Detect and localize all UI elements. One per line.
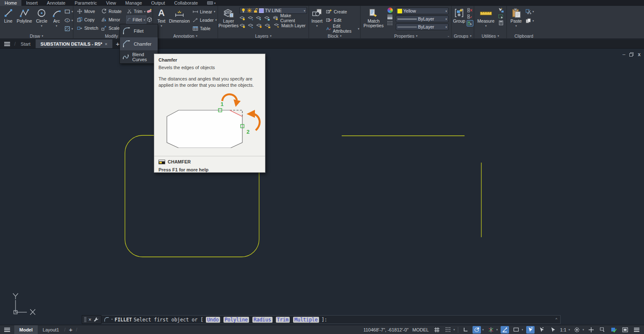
model-tab[interactable]: Model — [14, 325, 38, 334]
chevron-down-icon[interactable]: ▾ — [482, 328, 484, 331]
panel-label-properties[interactable]: Properties▾⌄ — [361, 33, 451, 39]
hatch-tool-button[interactable]: ▾ — [64, 25, 73, 33]
option-trim[interactable]: Trim — [276, 317, 290, 323]
menu-item-fillet[interactable]: Fillet — [120, 24, 158, 37]
new-layout-button[interactable]: + — [65, 326, 76, 333]
clean-screen-icon[interactable] — [621, 326, 629, 334]
edit-attributes-button[interactable]: Edit Attributes ▾ — [325, 24, 360, 33]
circle-button[interactable]: Circle ▾ — [34, 7, 49, 33]
line-button[interactable]: Line — [2, 7, 15, 33]
lineweight-icon[interactable] — [387, 14, 393, 19]
paste-button[interactable]: Paste ▾ — [509, 7, 523, 33]
rectangle-tool-button[interactable]: ▾ — [64, 8, 73, 16]
tab-collaborate[interactable]: Collaborate — [170, 0, 203, 6]
option-polyline[interactable]: Polyline — [223, 317, 249, 323]
rotate-button[interactable]: Rotate — [100, 7, 126, 16]
tab-manage[interactable]: Manage — [121, 0, 147, 6]
edit-block-button[interactable]: Edit — [325, 16, 360, 24]
fillet-button[interactable]: Fillet ▾ — [126, 16, 146, 24]
annotation-scale-button[interactable]: 1:1 — [560, 327, 566, 332]
tab-parametric[interactable]: Parametric — [70, 0, 101, 6]
menu-item-chamfer[interactable]: Chamfer — [120, 37, 158, 50]
customization-icon[interactable] — [632, 326, 641, 334]
ungroup-icon[interactable] — [467, 8, 473, 13]
arc-button[interactable]: Arc ▾ — [50, 7, 62, 33]
tab-insert[interactable]: Insert — [21, 0, 42, 6]
file-tab-start[interactable]: Start — [16, 39, 35, 48]
tab-view[interactable]: View — [101, 0, 121, 6]
move-button[interactable]: Move — [76, 7, 100, 16]
palette-grip-icon[interactable] — [84, 317, 86, 322]
linear-dimension-button[interactable]: Linear ▾ — [192, 8, 218, 16]
panel-label-annotation[interactable]: Annotation▾ — [153, 33, 218, 39]
id-point-icon[interactable] — [498, 14, 504, 19]
quick-calc-icon[interactable] — [498, 20, 504, 26]
ribbon-display-toggle[interactable]: ▾ — [205, 0, 218, 6]
group-button[interactable]: Group — [453, 7, 465, 33]
option-multiple[interactable]: Multiple — [293, 317, 319, 323]
annotation-autoscale-icon[interactable] — [549, 326, 557, 334]
chevron-down-icon[interactable]: ▾ — [496, 328, 498, 331]
panel-launcher-icon[interactable]: ⌄ — [447, 34, 450, 38]
status-menu-button[interactable] — [0, 328, 14, 332]
restore-window-icon[interactable] — [629, 52, 634, 57]
object-color-dropdown[interactable]: Yellow ▾ — [396, 8, 449, 14]
copy-clip-button[interactable]: ▾ — [525, 17, 534, 25]
panel-label-draw[interactable]: Draw▾ — [0, 33, 73, 39]
command-input[interactable]: ▾ FILLET Select first object or [UndoPol… — [101, 315, 561, 324]
ortho-icon[interactable] — [461, 326, 470, 334]
match-layer-button[interactable]: Match Layer — [273, 22, 306, 29]
polar-tracking-icon[interactable] — [473, 326, 481, 334]
tab-output[interactable]: Output — [147, 0, 170, 6]
close-command-line-icon[interactable]: × — [88, 317, 91, 323]
panel-label-utilities[interactable]: Utilities▾ — [474, 33, 506, 39]
graphics-performance-icon[interactable] — [610, 326, 618, 334]
isodraft-icon[interactable] — [487, 326, 495, 334]
tab-home[interactable]: Home — [0, 0, 21, 6]
recent-commands-icon[interactable]: ▾ — [111, 318, 113, 321]
panel-label-groups[interactable]: Groups▾ — [452, 33, 474, 39]
match-properties-button[interactable]: Match Properties — [363, 7, 384, 33]
explode-button[interactable] — [146, 16, 153, 23]
linetype-icon[interactable] — [387, 21, 393, 26]
make-current-button[interactable]: Make Current — [272, 15, 307, 21]
dimension-button[interactable]: Dimension — [169, 7, 190, 33]
layout1-tab[interactable]: Layout1 — [38, 325, 64, 334]
chevron-down-icon[interactable]: ▾ — [454, 328, 455, 331]
ellipse-tool-button[interactable]: ▾ — [64, 16, 73, 24]
polyline-button[interactable]: Polyline — [16, 7, 33, 33]
menu-item-blend-curves[interactable]: Blend Curves — [120, 50, 158, 63]
tab-annotate[interactable]: Annotate — [42, 0, 70, 6]
chevron-down-icon[interactable]: ▾ — [569, 328, 570, 331]
cut-clip-button[interactable]: ▾ — [525, 8, 534, 16]
create-block-button[interactable]: Create — [325, 8, 360, 16]
grid-icon[interactable] — [433, 326, 441, 334]
customize-wrench-icon[interactable] — [93, 317, 99, 322]
color-wheel-icon[interactable] — [387, 8, 393, 13]
minimize-window-icon[interactable]: – — [623, 52, 626, 57]
panel-label-clipboard[interactable]: Clipboard — [507, 33, 541, 39]
isolate-objects-icon[interactable] — [598, 326, 607, 334]
measure-button[interactable]: Measure ▾ — [477, 7, 495, 33]
option-radius[interactable]: Radius — [252, 317, 273, 323]
layer-properties-button[interactable]: Layer Properties — [219, 7, 238, 33]
chevron-down-icon[interactable]: ▾ — [522, 328, 523, 331]
linetype-dropdown[interactable]: ByLayer ▾ — [396, 23, 449, 30]
close-tab-icon[interactable]: × — [105, 41, 107, 47]
workspace-switching-icon[interactable] — [587, 326, 595, 334]
osnap-tracking-icon[interactable] — [501, 326, 509, 334]
annotation-settings-icon[interactable] — [573, 326, 581, 334]
drawing-area[interactable]: – x — [0, 49, 644, 325]
panel-label-layers[interactable]: Layers▾ — [218, 33, 309, 39]
group-selection-toggle[interactable] — [467, 20, 473, 26]
erase-button[interactable] — [146, 7, 153, 15]
file-tabs-menu-button[interactable] — [0, 39, 14, 48]
object-snap-icon[interactable] — [526, 326, 535, 334]
model-space-label[interactable]: MODEL — [412, 327, 428, 332]
stretch-button[interactable]: Stretch — [76, 24, 100, 32]
dynamic-ucs-icon[interactable] — [512, 326, 520, 334]
quick-select-icon[interactable] — [498, 8, 504, 13]
insert-block-button[interactable]: Insert ▾ — [311, 7, 323, 33]
option-undo[interactable]: Undo — [206, 317, 220, 323]
group-edit-icon[interactable] — [467, 14, 473, 19]
